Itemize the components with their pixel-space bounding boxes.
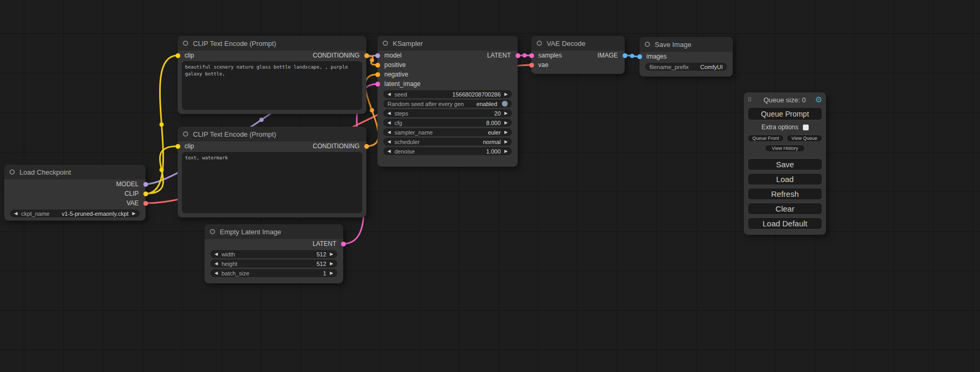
output-pin-conditioning[interactable] xyxy=(364,53,369,58)
extra-options-checkbox[interactable] xyxy=(803,125,809,130)
refresh-button[interactable]: Refresh xyxy=(748,188,822,200)
collapse-dot[interactable] xyxy=(383,41,388,46)
collapse-dot[interactable] xyxy=(9,169,15,175)
increment-icon[interactable]: ▶ xyxy=(330,271,333,275)
node-title-bar[interactable]: Save Image xyxy=(639,37,733,52)
input-label: samples xyxy=(538,52,562,59)
decrement-icon[interactable]: ◀ xyxy=(14,212,17,216)
increment-icon[interactable]: ▶ xyxy=(330,252,333,256)
node-title-bar[interactable]: Load Checkpoint xyxy=(4,165,145,179)
queue-size-label: Queue size: 0 xyxy=(754,96,815,104)
node-empty-latent-image[interactable]: Empty Latent Image LATENT ◀ width 512 ▶ … xyxy=(205,224,343,283)
increment-icon[interactable]: ▶ xyxy=(330,262,333,266)
widget-value: 20 xyxy=(494,110,501,117)
decrement-icon[interactable]: ◀ xyxy=(387,92,391,97)
random-seed-widget[interactable]: Random seed after every gen enabled xyxy=(383,100,512,108)
denoise-widget[interactable]: ◀ denoise 1.000 ▶ xyxy=(383,147,512,155)
input-pin-model[interactable] xyxy=(375,53,380,58)
view-history-button[interactable]: View History xyxy=(765,145,805,152)
input-pin-clip[interactable] xyxy=(176,144,180,149)
increment-icon[interactable]: ▶ xyxy=(504,121,508,125)
ckpt-name-widget[interactable]: ◀ ckpt_name v1-5-pruned-emaonly.ckpt ▶ xyxy=(10,209,140,217)
collapse-dot[interactable] xyxy=(645,42,650,47)
graph-canvas[interactable]: Load Checkpoint MODEL CLIP VAE ◀ ckpt_na… xyxy=(0,0,980,372)
output-pin-latent[interactable] xyxy=(516,53,520,58)
width-widget[interactable]: ◀ width 512 ▶ xyxy=(210,250,337,258)
node-title-bar[interactable]: CLIP Text Encode (Prompt) xyxy=(178,127,366,141)
decrement-icon[interactable]: ◀ xyxy=(387,130,391,135)
collapse-dot[interactable] xyxy=(210,229,215,234)
input-pin-samples[interactable] xyxy=(529,53,534,58)
input-pin-negative[interactable] xyxy=(375,72,380,77)
node-clip-text-encode-positive[interactable]: CLIP Text Encode (Prompt) clip CONDITION… xyxy=(178,36,366,114)
input-pin-vae[interactable] xyxy=(529,63,534,68)
node-title-bar[interactable]: CLIP Text Encode (Prompt) xyxy=(178,36,366,51)
decrement-icon[interactable]: ◀ xyxy=(387,149,391,154)
decrement-icon[interactable]: ◀ xyxy=(387,121,391,125)
seed-widget[interactable]: ◀ seed 156680208700286 ▶ xyxy=(383,90,512,98)
load-default-button[interactable]: Load Default xyxy=(748,217,822,230)
queue-front-button[interactable]: Queue Front xyxy=(748,135,784,142)
input-label: model xyxy=(384,52,402,59)
steps-widget[interactable]: ◀ steps 20 ▶ xyxy=(383,109,512,117)
sampler-name-widget[interactable]: ◀ sampler_name euler ▶ xyxy=(383,128,512,136)
node-title-bar[interactable]: Empty Latent Image xyxy=(205,224,343,239)
output-label: VAE xyxy=(127,199,139,207)
increment-icon[interactable]: ▶ xyxy=(504,92,508,97)
increment-icon[interactable]: ▶ xyxy=(504,130,508,135)
increment-icon[interactable]: ▶ xyxy=(504,140,508,144)
node-title-bar[interactable]: VAE Decode xyxy=(531,36,625,51)
settings-gear-icon[interactable]: ⚙ xyxy=(816,96,822,104)
decrement-icon[interactable]: ◀ xyxy=(215,262,218,266)
drag-handle-icon[interactable]: ⠿ xyxy=(748,97,752,103)
save-button[interactable]: Save xyxy=(748,158,822,170)
scheduler-widget[interactable]: ◀ scheduler normal ▶ xyxy=(383,138,512,146)
decrement-icon[interactable]: ◀ xyxy=(215,252,218,256)
node-title-bar[interactable]: KSampler xyxy=(377,36,518,51)
output-pin-model[interactable] xyxy=(143,182,148,187)
output-pin-vae[interactable] xyxy=(143,201,148,206)
input-label: positive xyxy=(384,61,406,69)
negative-prompt-textarea[interactable]: text, watermark xyxy=(182,152,362,213)
positive-prompt-textarea[interactable]: beautiful scenery nature glass bottle la… xyxy=(182,61,362,110)
output-pin-latent[interactable] xyxy=(341,242,346,246)
output-pin-image[interactable] xyxy=(623,53,627,58)
widget-value: 1.000 xyxy=(486,148,501,155)
decrement-icon[interactable]: ◀ xyxy=(387,111,391,116)
output-pin-conditioning[interactable] xyxy=(364,144,369,149)
increment-icon[interactable]: ▶ xyxy=(504,149,508,154)
output-label: MODEL xyxy=(116,180,139,188)
queue-prompt-button[interactable]: Queue Prompt xyxy=(748,107,822,120)
increment-icon[interactable]: ▶ xyxy=(504,111,508,116)
input-label: clip xyxy=(185,142,194,150)
widget-label: filename_prefix xyxy=(649,64,689,70)
output-pin-clip[interactable] xyxy=(143,192,148,196)
input-pin-latent-image[interactable] xyxy=(375,82,380,87)
batch-size-widget[interactable]: ◀ batch_size 1 ▶ xyxy=(210,269,337,277)
node-ksampler[interactable]: KSampler model LATENT positive negative … xyxy=(377,36,518,167)
widget-label: width xyxy=(221,251,235,257)
filename-prefix-widget[interactable]: filename_prefix ComfyUI xyxy=(645,63,727,71)
decrement-icon[interactable]: ◀ xyxy=(215,271,218,275)
height-widget[interactable]: ◀ height 512 ▶ xyxy=(210,260,337,268)
node-save-image[interactable]: Save Image images filename_prefix ComfyU… xyxy=(639,37,733,77)
node-load-checkpoint[interactable]: Load Checkpoint MODEL CLIP VAE ◀ ckpt_na… xyxy=(4,165,145,221)
node-vae-decode[interactable]: VAE Decode samples IMAGE vae xyxy=(531,36,625,74)
load-button[interactable]: Load xyxy=(748,173,822,185)
input-label: latent_image xyxy=(384,80,421,88)
collapse-dot[interactable] xyxy=(183,131,188,137)
collapse-dot[interactable] xyxy=(183,41,188,46)
widget-label: cfg xyxy=(394,120,402,126)
node-clip-text-encode-negative[interactable]: CLIP Text Encode (Prompt) clip CONDITION… xyxy=(178,127,366,217)
toggle-icon[interactable] xyxy=(502,101,508,107)
cfg-widget[interactable]: ◀ cfg 8.000 ▶ xyxy=(383,119,512,127)
collapse-dot[interactable] xyxy=(537,41,542,46)
input-pin-images[interactable] xyxy=(637,54,642,59)
decrement-icon[interactable]: ◀ xyxy=(387,140,391,144)
clear-button[interactable]: Clear xyxy=(748,203,822,215)
increment-icon[interactable]: ▶ xyxy=(132,212,135,216)
input-pin-clip[interactable] xyxy=(176,53,180,58)
view-queue-button[interactable]: View Queue xyxy=(787,135,823,142)
wire-midpoint-dot xyxy=(630,54,634,58)
input-pin-positive[interactable] xyxy=(375,63,380,68)
